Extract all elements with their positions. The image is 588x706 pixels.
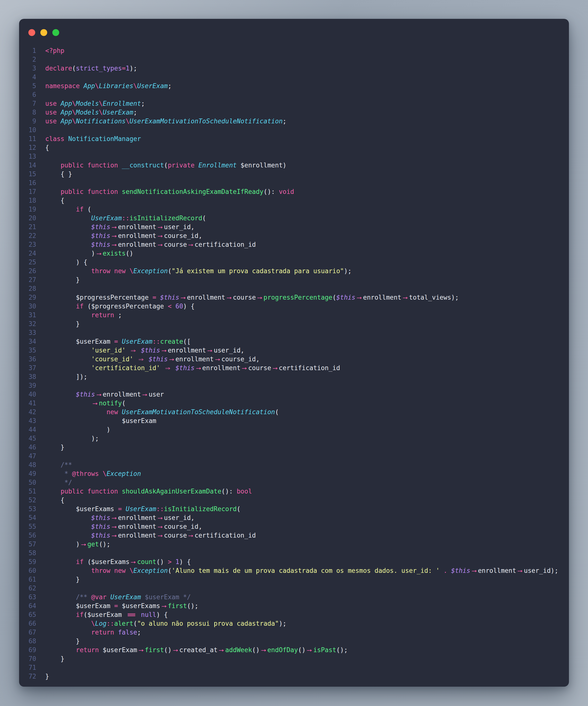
code-line: 60 throw new \Exception('Aluno tem mais … bbox=[19, 566, 569, 575]
line-content: $this→enrollment→course→certification_id bbox=[45, 240, 256, 249]
line-content: { bbox=[45, 496, 64, 505]
code-line: 53 $userExams = UserExam::isInitializedR… bbox=[19, 505, 569, 513]
line-content: $progressPercentage = $this→enrollment→c… bbox=[45, 293, 459, 302]
code-line: 16 bbox=[19, 179, 569, 187]
line-content: ) { bbox=[45, 258, 87, 267]
line-number: 18 bbox=[19, 196, 36, 205]
line-content: <?php bbox=[45, 46, 64, 55]
line-number: 61 bbox=[19, 575, 36, 584]
line-number: 21 bbox=[19, 223, 36, 231]
line-number: 15 bbox=[19, 170, 36, 179]
line-content: use App\Notifications\UserExamMotivation… bbox=[45, 117, 286, 126]
line-number: 34 bbox=[19, 337, 36, 346]
line-content: UserExam::isInitializedRecord( bbox=[45, 214, 206, 223]
line-content: )→get(); bbox=[45, 540, 110, 549]
line-content: $userExam = UserExam::create([ bbox=[45, 337, 191, 346]
line-content: 'user_id' ⇒ $this→enrollment→user_id, bbox=[45, 346, 244, 355]
line-content: )→exists() bbox=[45, 249, 133, 258]
line-number: 47 bbox=[19, 452, 36, 461]
line-content: /** @var UserExam $userExam */ bbox=[45, 593, 191, 601]
line-number: 69 bbox=[19, 645, 36, 654]
code-line: 57 )→get(); bbox=[19, 540, 569, 549]
code-line: 18 { bbox=[19, 196, 569, 205]
line-content: use App\Models\Enrollment; bbox=[45, 99, 145, 108]
code-line: 24 )→exists() bbox=[19, 249, 569, 258]
code-line: 33 bbox=[19, 328, 569, 337]
line-content: return false; bbox=[45, 628, 141, 637]
line-content: namespace App\Libraries\UserExam; bbox=[45, 81, 172, 90]
line-content: } bbox=[45, 637, 80, 645]
code-line: 27 } bbox=[19, 275, 569, 284]
line-number: 43 bbox=[19, 417, 36, 425]
line-content: public function __construct(private Enro… bbox=[45, 161, 286, 170]
line-content: if ( bbox=[45, 205, 91, 214]
code-line: 3declare(strict_types=1); bbox=[19, 64, 569, 73]
line-number: 57 bbox=[19, 540, 36, 549]
line-content: ) bbox=[45, 425, 110, 434]
line-content: { } bbox=[45, 170, 72, 179]
line-number: 50 bbox=[19, 478, 36, 487]
code-line: 17 public function sendNotificationAskin… bbox=[19, 187, 569, 196]
line-number: 30 bbox=[19, 302, 36, 311]
code-line: 2 bbox=[19, 55, 569, 64]
code-line: 49 * @throws \Exception bbox=[19, 469, 569, 478]
line-number: 72 bbox=[19, 672, 36, 681]
code-line: 7use App\Models\Enrollment; bbox=[19, 99, 569, 108]
minimize-button[interactable] bbox=[40, 29, 47, 36]
line-content: declare(strict_types=1); bbox=[45, 64, 137, 73]
code-line: 22 $this→enrollment→course_id, bbox=[19, 231, 569, 240]
line-number: 29 bbox=[19, 293, 36, 302]
code-line: 44 ) bbox=[19, 425, 569, 434]
line-number: 58 bbox=[19, 549, 36, 557]
code-line: 68 } bbox=[19, 637, 569, 645]
code-line: 58 bbox=[19, 549, 569, 557]
code-line: 26 throw new \Exception("Já existem um p… bbox=[19, 267, 569, 275]
code-line: 6 bbox=[19, 90, 569, 99]
code-line: 67 return false; bbox=[19, 628, 569, 637]
code-line: 59 if ($userExams→count() > 1) { bbox=[19, 557, 569, 566]
code-line: 36 'course_id' ⇒ $this→enrollment→course… bbox=[19, 355, 569, 363]
line-content: } bbox=[45, 575, 80, 584]
line-number: 56 bbox=[19, 531, 36, 540]
line-content: $this→enrollment→course_id, bbox=[45, 522, 202, 531]
code-line: 5namespace App\Libraries\UserExam; bbox=[19, 81, 569, 90]
line-number: 25 bbox=[19, 258, 36, 267]
close-button[interactable] bbox=[28, 29, 35, 36]
line-number: 7 bbox=[19, 99, 36, 108]
line-number: 36 bbox=[19, 355, 36, 363]
code-line: 29 $progressPercentage = $this→enrollmen… bbox=[19, 293, 569, 302]
code-line: 32 } bbox=[19, 319, 569, 328]
line-number: 4 bbox=[19, 73, 36, 81]
line-number: 60 bbox=[19, 566, 36, 575]
line-number: 13 bbox=[19, 152, 36, 161]
line-number: 49 bbox=[19, 469, 36, 478]
line-content: public function sendNotificationAskingEx… bbox=[45, 187, 294, 196]
code-line: 21 $this→enrollment→user_id, bbox=[19, 223, 569, 231]
code-line: 46 } bbox=[19, 443, 569, 452]
line-content: if ($userExams→count() > 1) { bbox=[45, 557, 191, 566]
line-content: $userExam bbox=[45, 417, 156, 425]
code-line: 30 if ($progressPercentage < 60) { bbox=[19, 302, 569, 311]
line-content: new UserExamMotivationToScheduleNotifica… bbox=[45, 407, 279, 417]
zoom-button[interactable] bbox=[52, 29, 59, 36]
line-content: $this→enrollment→course_id, bbox=[45, 231, 202, 240]
line-number: 64 bbox=[19, 601, 36, 610]
line-number: 19 bbox=[19, 205, 36, 214]
line-number: 2 bbox=[19, 55, 36, 64]
code-line: 61 } bbox=[19, 575, 569, 584]
code-line: 55 $this→enrollment→course_id, bbox=[19, 522, 569, 531]
line-content: } bbox=[45, 672, 49, 681]
line-number: 53 bbox=[19, 505, 36, 513]
line-content: ]); bbox=[45, 372, 87, 381]
code-line: 42 new UserExamMotivationToScheduleNotif… bbox=[19, 407, 569, 417]
line-number: 23 bbox=[19, 240, 36, 249]
line-number: 12 bbox=[19, 143, 36, 152]
code-editor-window: 1<?php23declare(strict_types=1);45namesp… bbox=[19, 19, 569, 687]
line-number: 35 bbox=[19, 346, 36, 355]
code-line: 65 if($userExam ≡ null) { bbox=[19, 610, 569, 619]
line-content: throw new \Exception('Aluno tem mais de … bbox=[45, 566, 558, 575]
code-line: 20 UserExam::isInitializedRecord( bbox=[19, 214, 569, 223]
line-number: 22 bbox=[19, 231, 36, 240]
line-content: throw new \Exception("Já existem um prov… bbox=[45, 267, 351, 275]
code-line: 70 } bbox=[19, 654, 569, 663]
